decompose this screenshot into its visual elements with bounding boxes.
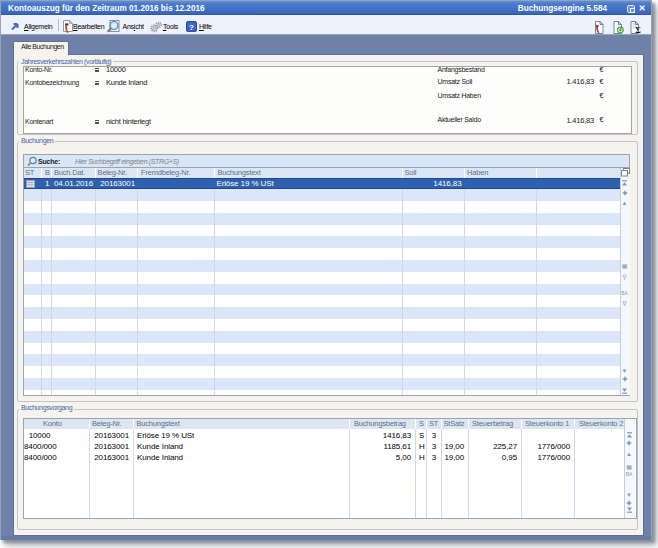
svg-text:Σ: Σ bbox=[635, 25, 641, 34]
svg-text:?: ? bbox=[189, 22, 194, 31]
